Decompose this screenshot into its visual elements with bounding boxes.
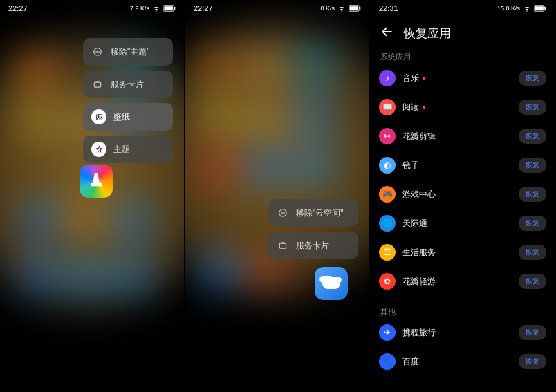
menu-item-theme[interactable]: 主题 [83, 136, 173, 163]
app-label: 镜子 [402, 160, 512, 171]
svg-rect-2 [174, 7, 175, 10]
app-icon: ☰ [379, 244, 396, 261]
app-label: 游戏中心 [402, 189, 512, 200]
status-bar: 22:27 7.9 K/s [0, 0, 184, 17]
restore-button[interactable]: 恢复 [519, 274, 546, 289]
wifi-icon [337, 4, 346, 12]
back-button[interactable] [380, 25, 394, 41]
menu-label: 服务卡片 [296, 240, 329, 252]
app-row: 🐾百度恢复 [379, 347, 546, 376]
restore-button[interactable]: 恢复 [519, 71, 546, 86]
app-label: 携程旅行 [402, 327, 512, 339]
wifi-icon [152, 4, 160, 12]
context-menu: 移除"云空间" 服务卡片 [268, 199, 358, 259]
svg-rect-10 [360, 7, 360, 10]
app-themes[interactable] [80, 165, 113, 198]
other-apps-list: ✈携程旅行恢复🐾百度恢复 [379, 318, 546, 376]
app-icon: ◐ [379, 157, 396, 174]
wifi-icon [523, 4, 531, 12]
status-time: 22:27 [8, 4, 28, 12]
app-label: 花瓣轻游 [402, 276, 512, 288]
status-time: 22:31 [379, 4, 398, 12]
menu-item-remove[interactable]: 移除"主题" [83, 38, 173, 66]
battery-icon [349, 5, 361, 12]
app-label: 百度 [402, 356, 512, 368]
menu-item-wallpaper[interactable]: 壁纸 [83, 103, 173, 131]
app-row: ✈携程旅行恢复 [379, 318, 546, 347]
menu-item-service-card[interactable]: 服务卡片 [268, 232, 358, 259]
menu-label: 服务卡片 [111, 79, 144, 91]
app-label: 花瓣剪辑 [402, 131, 512, 142]
header: 恢复应用 [371, 19, 555, 47]
status-net-speed: 7.9 K/s [130, 5, 149, 12]
status-net-speed: 0 K/s [320, 5, 335, 12]
status-time: 22:27 [194, 4, 213, 12]
app-icon: ✈ [379, 324, 396, 341]
menu-item-remove[interactable]: 移除"云空间" [268, 199, 358, 227]
app-icon: 🎮 [379, 186, 396, 203]
minus-icon [277, 207, 289, 219]
menu-label: 移除"云空间" [296, 207, 344, 219]
app-row: ♪音乐恢复 [379, 64, 546, 93]
section-title-system: 系统应用 [380, 52, 411, 62]
section-title-other: 其他 [380, 307, 396, 317]
svg-rect-16 [545, 7, 546, 10]
status-bar: 22:27 0 K/s [185, 0, 369, 17]
app-label: 音乐 [402, 73, 512, 84]
minus-icon [91, 46, 104, 58]
restore-button[interactable]: 恢复 [519, 245, 546, 260]
badge-dot [423, 106, 425, 109]
app-icon: ✂ [379, 128, 396, 144]
menu-label: 移除"主题" [111, 46, 150, 58]
app-icon: ♪ [379, 70, 396, 86]
badge-dot [423, 77, 425, 80]
screenshot-panel-2: 22:27 0 K/s 移除"云空间" 服务卡片 [185, 0, 369, 392]
card-icon [91, 78, 104, 91]
svg-rect-1 [164, 6, 172, 10]
status-bar: 22:31 15.0 K/s [371, 0, 555, 17]
svg-rect-15 [535, 6, 543, 10]
restore-button[interactable]: 恢复 [519, 129, 546, 144]
battery-icon [534, 5, 546, 12]
svg-rect-13 [279, 243, 286, 248]
menu-item-service-card[interactable]: 服务卡片 [83, 71, 173, 98]
card-icon [277, 239, 289, 252]
page-title: 恢复应用 [404, 26, 451, 41]
svg-rect-9 [349, 6, 358, 10]
system-apps-list: ♪音乐恢复📖阅读恢复✂花瓣剪辑恢复◐镜子恢复🎮游戏中心恢复🌐天际通恢复☰生活服务… [379, 64, 546, 296]
screenshot-panel-1: 22:27 7.9 K/s 移除"主题" 服务卡片 壁纸 主题 [0, 0, 184, 392]
app-icon: 📖 [379, 99, 396, 115]
restore-button[interactable]: 恢复 [519, 100, 546, 115]
app-row: ✂花瓣剪辑恢复 [379, 122, 546, 151]
app-row: 🎮游戏中心恢复 [379, 180, 546, 209]
blurred-home-background [185, 0, 369, 392]
context-menu: 移除"主题" 服务卡片 壁纸 主题 [83, 38, 173, 163]
menu-label: 主题 [113, 144, 130, 156]
app-cloud[interactable] [315, 267, 348, 300]
menu-label: 壁纸 [113, 111, 130, 123]
restore-button[interactable]: 恢复 [519, 354, 546, 369]
restore-button[interactable]: 恢复 [519, 325, 546, 340]
app-label: 生活服务 [402, 247, 512, 259]
app-row: ◐镜子恢复 [379, 151, 546, 180]
app-icon: 🌐 [379, 215, 396, 232]
app-label: 天际通 [402, 218, 512, 230]
app-icon: 🐾 [379, 353, 396, 370]
restore-button[interactable]: 恢复 [519, 216, 546, 231]
app-row: ☰生活服务恢复 [379, 238, 546, 267]
theme-icon [91, 142, 106, 157]
restore-button[interactable]: 恢复 [519, 187, 546, 202]
status-net-speed: 15.0 K/s [497, 5, 520, 12]
app-row: 📖阅读恢复 [379, 93, 546, 122]
restore-button[interactable]: 恢复 [519, 158, 546, 173]
app-row: ✿花瓣轻游恢复 [379, 267, 546, 296]
app-icon: ✿ [379, 273, 396, 290]
battery-icon [163, 5, 176, 12]
wallpaper-icon [91, 109, 106, 124]
screenshot-panel-3: 22:31 15.0 K/s 恢复应用 系统应用 ♪音乐恢复📖阅读恢复✂花瓣剪辑… [371, 0, 555, 392]
svg-rect-5 [94, 82, 100, 87]
app-label: 阅读 [402, 102, 512, 113]
app-row: 🌐天际通恢复 [379, 209, 546, 238]
